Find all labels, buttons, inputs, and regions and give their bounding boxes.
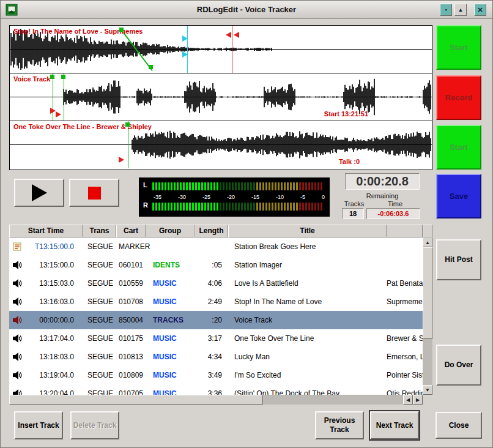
cell-title: Voice Track	[228, 316, 387, 324]
vertical-scroll-thumb[interactable]	[423, 247, 432, 339]
marker-handle[interactable]	[125, 122, 130, 127]
meter-segment	[317, 182, 319, 190]
meter-segment	[161, 182, 163, 190]
horizontal-scrollbar[interactable]: ◀ ▶	[9, 395, 423, 405]
play-position-icon[interactable]	[119, 157, 124, 163]
speaker-icon	[9, 278, 25, 288]
column-header-cart[interactable]: Cart	[116, 225, 146, 237]
meter-segment	[269, 182, 270, 190]
do-over-button[interactable]: Do Over	[436, 345, 481, 386]
insert-track-button[interactable]: Insert Track	[14, 411, 63, 439]
meter-segment	[213, 182, 215, 190]
next-track-button[interactable]: Next Track	[370, 411, 419, 439]
meter-segment	[272, 182, 273, 190]
cell-artist: Emerson, L	[387, 353, 423, 361]
waveform-track-2[interactable]: Voice Track Start 13:21:51	[10, 73, 432, 121]
scroll-right-button[interactable]: ▶	[413, 395, 423, 405]
save-button[interactable]: Save	[436, 174, 481, 218]
marker-handle[interactable]	[61, 75, 65, 79]
meter-segment	[244, 182, 246, 190]
cell-group: TRACKS	[146, 316, 195, 324]
log-row[interactable]: 13:17:04.0SEGUE010175MUSIC3:17One Toke O…	[9, 329, 423, 348]
marker-icon	[9, 242, 25, 252]
column-header-trans[interactable]: Trans	[83, 225, 116, 237]
log-row[interactable]: 13:20:04.0SEGUE010705MUSIC3:36(Sittin' O…	[9, 384, 423, 395]
end-marker-icon[interactable]	[226, 32, 231, 38]
log-header: Start TimeTransCartGroupLengthTitle	[9, 225, 432, 237]
meter-segment	[287, 182, 289, 190]
play-button[interactable]	[14, 179, 64, 207]
segue-marker-line[interactable]	[187, 26, 188, 73]
shade-button[interactable]: ▲	[454, 4, 467, 16]
start-top-button[interactable]: Start	[436, 25, 481, 70]
marker-handle[interactable]	[50, 75, 54, 79]
log-row[interactable]: 00:00:00.0SEGUE850004TRACKS:20Voice Trac…	[9, 311, 423, 329]
cell-group: MUSIC	[146, 297, 195, 306]
log-row[interactable]: 13:15:03.0SEGUE010559MUSIC4:06Love Is A …	[9, 274, 423, 293]
segue-marker-icon[interactable]	[182, 51, 188, 58]
cell-trans: SEGUE	[83, 242, 116, 251]
meter-scale-label: -20	[227, 194, 235, 200]
meter-left-label: L	[143, 181, 147, 189]
waveform-track-3[interactable]: One Toke Over The Line - Brewer & Shiple…	[10, 121, 432, 168]
record-button[interactable]: Record	[436, 75, 481, 120]
cell-trans: SEGUE	[83, 261, 116, 269]
previous-track-button[interactable]: Previous Track	[315, 411, 364, 439]
meter-segment	[217, 182, 218, 190]
segue-marker-icon[interactable]	[182, 35, 188, 42]
vertical-scrollbar[interactable]: ▲ ▼	[423, 237, 432, 395]
meter-segment	[250, 203, 252, 211]
log-row[interactable]: 13:15:00.0SEGUE060101IDENTS:05Station Im…	[9, 256, 423, 274]
horizontal-scroll-thumb[interactable]	[9, 395, 263, 405]
play-position-icon[interactable]	[50, 108, 56, 114]
meter-segment	[226, 203, 228, 211]
speaker-icon	[9, 334, 25, 343]
log-body[interactable]: T13:15:00.0SEGUEMARKERStation Break Goes…	[9, 237, 423, 395]
close-window-button[interactable]: ✕	[474, 4, 486, 16]
hit-post-button[interactable]: Hit Post	[436, 239, 481, 280]
titlebar[interactable]: RDLogEdit - Voice Tracker ▪ ▲ ✕	[1, 1, 492, 19]
meter-segment	[302, 203, 304, 211]
start-bottom-button[interactable]: Start	[436, 125, 481, 170]
log-row[interactable]: 13:16:03.0SEGUE010708MUSIC2:49Stop! In T…	[9, 293, 423, 311]
waveform-track-1[interactable]: Stop! In The Name of Love - Suprmemes	[10, 26, 432, 73]
column-header-title[interactable]: Title	[228, 225, 387, 237]
fade-end-handle[interactable]	[149, 65, 153, 69]
fade-start-handle[interactable]	[119, 28, 124, 32]
meter-segment	[207, 203, 209, 211]
scroll-down-button[interactable]: ▼	[423, 385, 432, 395]
cell-cart: 850004	[116, 316, 146, 324]
cell-artist: Otis Reddin	[387, 389, 423, 395]
scroll-left-button[interactable]: ◀	[403, 395, 413, 405]
close-icon: ✕	[477, 6, 483, 14]
cell-cart: 010559	[116, 279, 146, 288]
meter-segment	[198, 182, 200, 190]
column-header-length[interactable]: Length	[195, 225, 228, 237]
meter-segment	[256, 182, 258, 190]
meter-segment	[204, 203, 206, 211]
cell-title: I'm So Excited	[228, 371, 387, 379]
stop-button[interactable]	[69, 179, 119, 207]
log-row[interactable]: 13:18:03.0SEGUE010813MUSIC4:34Lucky ManE…	[9, 348, 423, 366]
shade-icon: ▲	[458, 7, 464, 13]
cell-start-time: T13:15:00.0	[25, 242, 83, 251]
meter-segment	[311, 182, 313, 190]
meter-segment	[253, 203, 255, 211]
meter-segment	[180, 203, 182, 211]
meter-segment	[183, 203, 185, 211]
close-button[interactable]: Close	[436, 412, 482, 439]
end-marker-icon[interactable]	[234, 32, 239, 38]
meter-segment	[161, 203, 163, 211]
pin-button[interactable]: ▪	[440, 4, 452, 16]
column-header-start-time[interactable]: Start Time	[9, 225, 83, 237]
log-row[interactable]: 13:19:04.0SEGUE010809MUSIC3:49I'm So Exc…	[9, 366, 423, 384]
meter-segment	[308, 203, 310, 211]
column-header-group[interactable]: Group	[146, 225, 195, 237]
log-row[interactable]: T13:15:00.0SEGUEMARKERStation Break Goes…	[9, 237, 423, 256]
end-marker-line[interactable]	[232, 26, 232, 73]
meter-segment	[171, 182, 172, 190]
play-position-icon[interactable]	[56, 111, 61, 118]
start-marker-line[interactable]	[64, 73, 64, 121]
track-3-title: One Toke Over The Line - Brewer & Shiple…	[13, 123, 152, 130]
scroll-up-button[interactable]: ▲	[423, 237, 432, 247]
